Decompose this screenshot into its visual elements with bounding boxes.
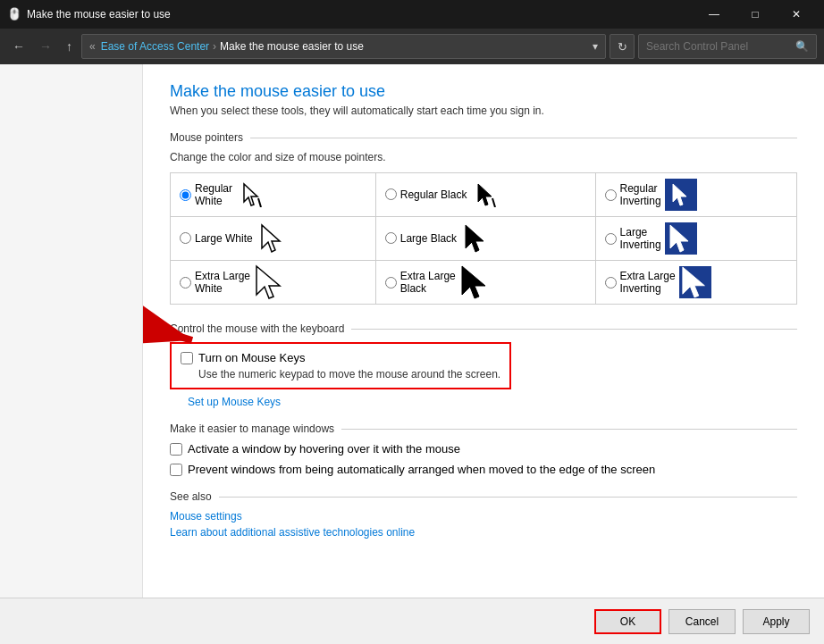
pointer-row-regular: RegularWhite xyxy=(171,173,797,217)
bottom-bar: OK Cancel Apply xyxy=(0,598,824,644)
svg-marker-9 xyxy=(462,266,485,298)
ok-button[interactable]: OK xyxy=(594,609,661,634)
pointer-row-extra-large: Extra LargeWhite xyxy=(171,261,797,305)
cursor-preview-large-inverting xyxy=(665,222,697,255)
mouse-pointers-section: Mouse pointers Change the color and size… xyxy=(170,131,797,305)
cursor-preview-regular-black xyxy=(470,179,502,211)
radio-large-inverting[interactable] xyxy=(605,233,617,245)
pointer-cell: RegularInverting xyxy=(595,173,796,217)
main-panel: Make the mouse easier to use When you se… xyxy=(143,64,824,598)
cursor-preview-extra-large-inverting xyxy=(679,266,711,298)
pointer-cell: Extra LargeWhite xyxy=(171,261,376,305)
back-button[interactable]: ← xyxy=(7,36,30,57)
svg-line-1 xyxy=(258,198,261,207)
mouse-keys-section: Control the mouse with the keyboard Turn… xyxy=(170,322,797,408)
mouse-pointers-header: Mouse pointers xyxy=(170,131,797,144)
pointer-grid: RegularWhite xyxy=(170,172,797,305)
breadcrumb-current: Make the mouse easier to use xyxy=(220,40,364,53)
setup-mouse-keys-link[interactable]: Set up Mouse Keys xyxy=(188,396,281,408)
pointer-option-regular-black[interactable]: Regular Black xyxy=(385,188,467,201)
title-bar-controls: — □ ✕ xyxy=(694,0,817,29)
hover-activate-label: Activate a window by hovering over it wi… xyxy=(188,442,460,456)
up-button[interactable]: ↑ xyxy=(61,36,78,57)
radio-regular-white[interactable] xyxy=(180,189,191,201)
manage-windows-header: Make it easier to manage windows xyxy=(170,422,797,435)
svg-marker-0 xyxy=(244,184,257,205)
hover-activate-checkbox[interactable] xyxy=(170,443,182,456)
radio-large-black[interactable] xyxy=(385,232,397,244)
pointer-cell: Large Black xyxy=(375,217,595,261)
pointer-option-large-inverting[interactable]: LargeInverting xyxy=(605,226,661,252)
assistive-tech-link[interactable]: Learn about additional assistive technol… xyxy=(170,526,797,539)
app-icon: 🖱️ xyxy=(7,7,21,21)
manage-windows-section: Make it easier to manage windows Activat… xyxy=(170,422,797,476)
radio-regular-inverting[interactable] xyxy=(605,189,617,201)
svg-marker-6 xyxy=(466,225,483,252)
mouse-pointers-desc: Change the color and size of mouse point… xyxy=(170,151,797,163)
prevent-arrange-row: Prevent windows from being automatically… xyxy=(170,463,797,476)
pointer-cell: Extra LargeInverting xyxy=(595,261,796,305)
radio-extra-large-inverting[interactable] xyxy=(605,277,617,289)
mouse-settings-link[interactable]: Mouse settings xyxy=(170,510,797,523)
cancel-button[interactable]: Cancel xyxy=(668,609,736,634)
breadcrumb-separator: › xyxy=(213,40,216,53)
apply-button[interactable]: Apply xyxy=(743,609,810,634)
cursor-preview-large-white xyxy=(256,222,289,255)
chevron-down-icon[interactable]: ▾ xyxy=(593,40,598,53)
cursor-preview-regular-white xyxy=(236,179,268,211)
setup-mouse-keys-link-row: Set up Mouse Keys xyxy=(188,395,797,408)
svg-marker-8 xyxy=(256,266,280,298)
breadcrumb-parent[interactable]: Ease of Access Center xyxy=(101,40,209,53)
breadcrumb-prefix: « xyxy=(89,40,96,53)
radio-large-white[interactable] xyxy=(180,232,191,244)
mouse-keys-checkbox-row: Turn on Mouse Keys xyxy=(181,351,500,364)
svg-marker-2 xyxy=(478,184,492,205)
minimize-button[interactable]: — xyxy=(694,0,735,29)
address-bar: ← → ↑ « Ease of Access Center › Make the… xyxy=(0,29,824,64)
pointer-cell: Regular Black xyxy=(375,173,595,217)
svg-marker-4 xyxy=(673,184,686,205)
hover-activate-row: Activate a window by hovering over it wi… xyxy=(170,442,797,456)
page-title: Make the mouse easier to use xyxy=(170,82,797,101)
prevent-arrange-checkbox[interactable] xyxy=(170,464,182,476)
pointer-option-regular-inverting[interactable]: RegularInverting xyxy=(605,182,661,208)
svg-marker-10 xyxy=(682,267,703,297)
search-box: 🔍 xyxy=(638,34,817,59)
address-path: « Ease of Access Center › Make the mouse… xyxy=(81,34,606,59)
content-area: Make the mouse easier to use When you se… xyxy=(0,64,824,598)
mouse-keys-highlight-box: Turn on Mouse Keys Use the numeric keypa… xyxy=(170,342,511,389)
radio-regular-black[interactable] xyxy=(385,188,397,200)
pointer-cell: Large White xyxy=(171,217,376,261)
refresh-button[interactable]: ↻ xyxy=(610,34,635,59)
sidebar xyxy=(0,64,143,598)
pointer-option-large-white[interactable]: Large White xyxy=(180,232,253,245)
radio-extra-large-white[interactable] xyxy=(180,277,191,289)
svg-line-3 xyxy=(492,198,495,207)
mouse-keys-label: Turn on Mouse Keys xyxy=(198,351,305,364)
search-input[interactable] xyxy=(646,40,795,53)
radio-extra-large-black[interactable] xyxy=(385,277,397,289)
cursor-preview-extra-large-black xyxy=(459,266,492,298)
maximize-button[interactable]: □ xyxy=(735,0,776,29)
mouse-keys-helper: Use the numeric keypad to move the mouse… xyxy=(198,368,500,381)
prevent-arrange-label: Prevent windows from being automatically… xyxy=(188,463,655,476)
mouse-keys-checkbox[interactable] xyxy=(181,352,193,364)
see-also-header: See also xyxy=(170,490,797,503)
search-icon: 🔍 xyxy=(795,40,809,53)
page-subtitle: When you select these tools, they will a… xyxy=(170,105,797,117)
cursor-preview-large-black xyxy=(460,222,492,255)
mouse-keys-header: Control the mouse with the keyboard xyxy=(170,322,797,335)
close-button[interactable]: ✕ xyxy=(776,0,817,29)
pointer-option-extra-large-white[interactable]: Extra LargeWhite xyxy=(180,270,250,296)
pointer-option-extra-large-black[interactable]: Extra LargeBlack xyxy=(385,270,456,296)
cursor-preview-extra-large-white xyxy=(254,266,286,298)
pointer-option-regular-white[interactable]: RegularWhite xyxy=(180,182,232,208)
pointer-cell: LargeInverting xyxy=(595,217,796,261)
forward-button[interactable]: → xyxy=(34,36,57,57)
see-also-section: See also Mouse settings Learn about addi… xyxy=(170,490,797,539)
pointer-option-large-black[interactable]: Large Black xyxy=(385,232,457,245)
pointer-cell: Extra LargeBlack xyxy=(375,261,595,305)
svg-marker-7 xyxy=(670,225,688,252)
pointer-cell: RegularWhite xyxy=(171,173,376,217)
pointer-option-extra-large-inverting[interactable]: Extra LargeInverting xyxy=(605,270,676,296)
